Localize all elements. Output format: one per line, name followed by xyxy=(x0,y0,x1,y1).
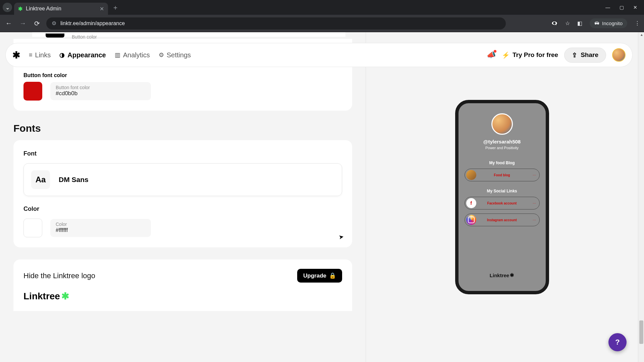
lock-icon: 🔒 xyxy=(329,272,336,279)
kebab-menu-icon[interactable]: ⋮ xyxy=(635,20,640,26)
facebook-icon: f xyxy=(466,198,476,208)
side-panel-icon[interactable]: ◧ xyxy=(577,20,582,26)
preview-section-2: My Social Links xyxy=(487,189,517,193)
close-window-icon[interactable]: ✕ xyxy=(633,5,637,10)
address-bar[interactable]: ⚙ linktr.ee/admin/appearance xyxy=(46,17,506,29)
instagram-icon xyxy=(466,215,476,225)
close-tab-icon[interactable]: ✕ xyxy=(100,6,104,12)
nav-analytics[interactable]: ▥ Analytics xyxy=(115,51,150,59)
button-font-color-field[interactable]: Button font color #cd0b0b xyxy=(50,82,151,100)
linktree-star-icon: ✱ xyxy=(61,291,69,302)
nav-settings-label: Settings xyxy=(167,51,191,59)
linktree-wordmark: Linktree ✱ xyxy=(23,291,342,302)
button-color-peek-label: Button color xyxy=(72,34,97,40)
scrollbar-track[interactable]: ▲ xyxy=(638,32,644,362)
scrollbar-up-icon[interactable]: ▲ xyxy=(640,33,643,37)
font-sample-chip: Aa xyxy=(31,170,50,189)
bolt-icon: ⚡ xyxy=(502,51,510,59)
settings-column: Button color Button font color Button fo… xyxy=(0,32,366,362)
button-color-swatch-peek xyxy=(46,34,64,38)
fonts-card: Font Aa DM Sans Color Color #ffffff xyxy=(13,140,352,247)
preview-section-1: My food Blog xyxy=(489,161,515,165)
font-color-field-label: Color xyxy=(56,222,146,227)
hide-logo-title: Hide the Linktree logo xyxy=(23,272,95,280)
font-picker[interactable]: Aa DM Sans xyxy=(23,163,342,196)
chevron-down-icon: ⌄ xyxy=(5,4,10,11)
button-font-color-swatch[interactable] xyxy=(23,82,42,101)
upgrade-button[interactable]: Upgrade 🔒 xyxy=(297,269,342,283)
incognito-badge[interactable]: 🕶 Incognito xyxy=(590,18,627,28)
nav-appearance[interactable]: ◑ Appearance xyxy=(59,51,106,59)
page-body: ✱ ≡ Links ◑ Appearance ▥ Analytics ⚙ Set… xyxy=(0,32,644,362)
preview-link-2-text: Facebook account xyxy=(487,201,517,205)
font-name: DM Sans xyxy=(59,176,89,184)
try-pro-button[interactable]: ⚡ Try Pro for free xyxy=(502,51,558,59)
preview-footer: Linktree ✱ xyxy=(490,272,514,278)
preview-link-1-text: Food blog xyxy=(494,173,510,177)
help-icon: ? xyxy=(615,338,620,347)
new-tab-button[interactable]: ＋ xyxy=(112,3,119,12)
notification-dot-icon xyxy=(494,50,496,53)
site-settings-icon[interactable]: ⚙ xyxy=(52,20,56,26)
preview-footer-text: Linktree xyxy=(490,273,509,278)
bookmark-star-icon[interactable]: ☆ xyxy=(565,20,570,26)
nav-links-label: Links xyxy=(35,51,51,59)
share-button[interactable]: ⇪ Share xyxy=(564,48,606,63)
font-color-field[interactable]: Color #ffffff xyxy=(50,219,151,237)
nav-settings[interactable]: ⚙ Settings xyxy=(159,51,191,59)
preview-column: @tylersarah508 Power and Positivity My f… xyxy=(366,32,638,362)
linktree-star-icon: ✱ xyxy=(510,272,514,278)
ellipsis-icon[interactable]: ⋯ xyxy=(533,201,536,205)
app-header: ✱ ≡ Links ◑ Appearance ▥ Analytics ⚙ Set… xyxy=(5,43,633,67)
window-controls: — ▢ ✕ xyxy=(605,5,641,10)
font-label: Font xyxy=(23,150,342,157)
nav-appearance-label: Appearance xyxy=(67,51,106,59)
preview-link-3-text: Instagram account xyxy=(487,218,517,222)
eye-off-icon[interactable]: 👁‍🗨 xyxy=(551,20,558,26)
font-color-swatch[interactable] xyxy=(23,219,42,237)
incognito-icon: 🕶 xyxy=(594,20,599,26)
preview-link-food-blog[interactable]: Food blog ⋯ xyxy=(465,169,540,181)
preview-link-instagram[interactable]: Instagram account ⋯ xyxy=(465,214,540,226)
preview-link-facebook[interactable]: f Facebook account ⋯ xyxy=(465,197,540,209)
share-icon: ⇪ xyxy=(572,51,577,59)
help-fab[interactable]: ? xyxy=(608,333,627,351)
account-avatar[interactable] xyxy=(612,48,626,62)
browser-toolbar: ← → ⟳ ⚙ linktr.ee/admin/appearance 👁‍🗨 ☆… xyxy=(0,15,644,32)
url-text: linktr.ee/admin/appearance xyxy=(60,20,125,26)
linktree-favicon-icon: ✱ xyxy=(18,6,22,12)
reload-button[interactable]: ⟳ xyxy=(32,19,42,27)
list-icon: ≡ xyxy=(29,52,33,59)
font-color-label: Color xyxy=(23,205,342,213)
hide-logo-card: Hide the Linktree logo Upgrade 🔒 Linktre… xyxy=(13,259,352,311)
preview-handle: @tylersarah508 xyxy=(483,139,521,144)
forward-button[interactable]: → xyxy=(18,19,28,27)
minimize-icon[interactable]: — xyxy=(605,5,610,10)
ellipsis-icon[interactable]: ⋯ xyxy=(533,173,536,177)
scrollbar-thumb[interactable] xyxy=(639,320,643,344)
upgrade-label: Upgrade xyxy=(303,273,326,279)
incognito-label: Incognito xyxy=(602,20,623,26)
button-font-color-field-label: Button font color xyxy=(56,85,146,90)
ellipsis-icon[interactable]: ⋯ xyxy=(533,218,536,222)
shapes-icon: ◑ xyxy=(59,51,65,59)
font-color-value: #ffffff xyxy=(56,227,146,234)
button-font-color-heading: Button font color xyxy=(23,72,342,78)
nav-analytics-label: Analytics xyxy=(123,51,150,59)
nav-links[interactable]: ≡ Links xyxy=(29,51,51,59)
linktree-wordmark-text: Linktree xyxy=(23,291,60,302)
share-label: Share xyxy=(581,51,598,59)
browser-tab[interactable]: ✱ Linktree Admin ✕ xyxy=(14,3,108,15)
bar-chart-icon: ▥ xyxy=(115,51,120,59)
linktree-logo-icon[interactable]: ✱ xyxy=(12,50,20,61)
tab-title: Linktree Admin xyxy=(26,6,61,12)
preview-avatar xyxy=(491,113,513,135)
preview-tagline: Power and Positivity xyxy=(485,146,519,150)
gear-icon: ⚙ xyxy=(159,51,164,59)
tab-search-dropdown[interactable]: ⌄ xyxy=(3,3,12,12)
announcements-button[interactable]: 📣 xyxy=(487,51,496,59)
fonts-section-title: Fonts xyxy=(13,123,352,134)
back-button[interactable]: ← xyxy=(4,19,13,27)
phone-preview: @tylersarah508 Power and Positivity My f… xyxy=(455,100,549,294)
maximize-icon[interactable]: ▢ xyxy=(620,5,624,10)
